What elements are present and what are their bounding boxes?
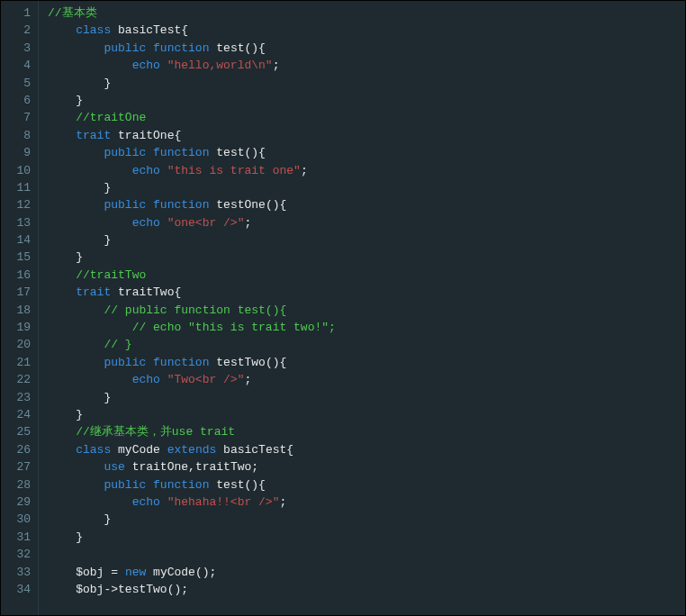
token-punc: } bbox=[104, 77, 111, 90]
token-plain bbox=[48, 356, 104, 369]
token-plain bbox=[48, 164, 132, 177]
token-ident: basicTest bbox=[118, 23, 181, 37]
token-punc: (){ bbox=[266, 356, 286, 369]
code-line[interactable]: public function testTwo(){ bbox=[48, 354, 685, 371]
code-line[interactable]: } bbox=[48, 231, 685, 249]
token-ident: basicTest bbox=[223, 443, 286, 457]
token-keyword: public bbox=[104, 478, 146, 492]
token-keyword: echo bbox=[132, 164, 160, 177]
token-punc: -> bbox=[104, 583, 118, 596]
token-plain bbox=[48, 373, 132, 386]
code-line[interactable]: // echo "this is trait two!"; bbox=[48, 319, 685, 336]
token-plain bbox=[146, 198, 153, 212]
token-plain bbox=[48, 94, 76, 107]
line-number: 33 bbox=[5, 564, 31, 581]
code-line[interactable]: } bbox=[48, 249, 685, 266]
token-ident: traitTwo bbox=[118, 285, 174, 299]
code-line[interactable]: echo "hello,world\n"; bbox=[48, 57, 685, 74]
line-number: 27 bbox=[5, 458, 31, 476]
code-line[interactable]: } bbox=[48, 406, 685, 423]
token-plain bbox=[48, 338, 104, 351]
token-plain bbox=[48, 495, 132, 509]
token-comment: // public function test(){ bbox=[104, 303, 286, 317]
token-keyword: echo bbox=[132, 59, 160, 72]
line-number: 16 bbox=[5, 267, 31, 284]
line-number: 11 bbox=[5, 179, 31, 196]
code-line[interactable]: echo "one<br />"; bbox=[48, 214, 685, 231]
code-line[interactable]: trait traitTwo{ bbox=[48, 284, 685, 301]
code-line[interactable]: public function test(){ bbox=[48, 40, 685, 57]
line-number: 13 bbox=[5, 214, 31, 231]
token-comment: // } bbox=[104, 338, 131, 351]
token-plain bbox=[111, 23, 118, 37]
code-line[interactable]: //traitOne bbox=[48, 109, 685, 126]
code-line[interactable]: class basicTest{ bbox=[48, 22, 685, 39]
line-number: 18 bbox=[5, 302, 31, 319]
line-number: 26 bbox=[5, 441, 31, 458]
token-plain bbox=[48, 216, 132, 230]
token-punc: } bbox=[104, 391, 111, 404]
line-number: 1 bbox=[5, 5, 31, 22]
token-punc: { bbox=[174, 129, 181, 142]
token-ident: myCode bbox=[118, 443, 160, 457]
token-plain bbox=[48, 146, 104, 159]
token-plain bbox=[48, 321, 132, 334]
code-line[interactable]: //继承基本类，并use trait bbox=[48, 423, 685, 440]
token-keyword: trait bbox=[76, 129, 111, 142]
code-line[interactable]: } bbox=[48, 529, 685, 546]
token-keyword: class bbox=[76, 23, 111, 37]
code-editor[interactable]: 1234567891011121314151617181920212223242… bbox=[1, 1, 685, 615]
token-plain bbox=[146, 146, 153, 159]
code-line[interactable]: } bbox=[48, 389, 685, 406]
code-line[interactable]: $obj = new myCode(); bbox=[48, 564, 685, 581]
token-plain bbox=[48, 303, 104, 317]
token-comment: //基本类 bbox=[48, 6, 97, 20]
line-number: 24 bbox=[5, 406, 31, 423]
code-line[interactable]: $obj->testTwo(); bbox=[48, 581, 685, 598]
token-plain bbox=[160, 216, 167, 230]
code-line[interactable]: } bbox=[48, 75, 685, 92]
token-func: test bbox=[216, 146, 244, 159]
token-plain bbox=[48, 129, 76, 142]
code-line[interactable]: trait traitOne{ bbox=[48, 127, 685, 144]
line-number: 12 bbox=[5, 196, 31, 213]
token-var: $obj bbox=[76, 583, 104, 596]
code-line[interactable]: } bbox=[48, 179, 685, 196]
code-line[interactable]: // public function test(){ bbox=[48, 302, 685, 319]
token-plain bbox=[48, 566, 76, 579]
code-line[interactable]: } bbox=[48, 511, 685, 528]
token-keyword: function bbox=[153, 41, 209, 55]
token-punc: ; bbox=[251, 460, 258, 474]
token-plain bbox=[48, 41, 104, 55]
token-func: testTwo bbox=[118, 583, 167, 596]
token-plain bbox=[48, 111, 76, 124]
line-number: 4 bbox=[5, 57, 31, 74]
line-number: 7 bbox=[5, 109, 31, 126]
token-string: "Two<br />" bbox=[167, 373, 245, 386]
code-line[interactable]: public function testOne(){ bbox=[48, 196, 685, 213]
code-line[interactable]: //traitTwo bbox=[48, 267, 685, 284]
code-line[interactable]: } bbox=[48, 92, 685, 109]
code-area[interactable]: //基本类 class basicTest{ public function t… bbox=[39, 1, 685, 615]
line-number: 28 bbox=[5, 476, 31, 494]
token-keyword: public bbox=[104, 41, 146, 55]
line-number: 30 bbox=[5, 511, 31, 528]
line-number: 31 bbox=[5, 529, 31, 546]
token-var: $obj bbox=[76, 566, 104, 579]
line-number: 25 bbox=[5, 423, 31, 440]
code-line[interactable]: public function test(){ bbox=[48, 476, 685, 494]
code-line[interactable]: use traitOne,traitTwo; bbox=[48, 458, 685, 476]
line-number: 14 bbox=[5, 231, 31, 249]
code-line[interactable]: public function test(){ bbox=[48, 144, 685, 161]
code-line[interactable]: echo "Two<br />"; bbox=[48, 371, 685, 388]
token-plain bbox=[160, 373, 167, 386]
code-line[interactable]: //基本类 bbox=[48, 5, 685, 22]
token-keyword: trait bbox=[76, 285, 111, 299]
token-punc: ; bbox=[273, 59, 280, 72]
code-line[interactable]: // } bbox=[48, 336, 685, 353]
code-line[interactable]: echo "hehaha!!<br />"; bbox=[48, 494, 685, 511]
code-line[interactable] bbox=[48, 546, 685, 563]
code-line[interactable]: echo "this is trait one"; bbox=[48, 162, 685, 179]
token-plain bbox=[48, 250, 76, 264]
code-line[interactable]: class myCode extends basicTest{ bbox=[48, 441, 685, 458]
